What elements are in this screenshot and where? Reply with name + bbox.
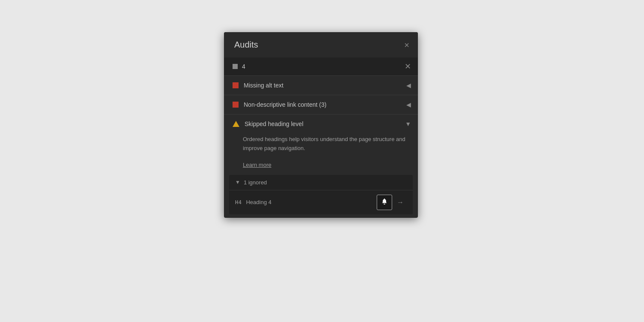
ignored-section: ▼ 1 ignored H4 Heading 4 — [229, 175, 413, 214]
audit-label: Skipped heading level — [245, 120, 303, 127]
audit-item-missing-alt-text[interactable]: Missing alt text ◀ — [224, 75, 418, 95]
audit-list: Missing alt text ◀ Non-descriptive link … — [224, 75, 418, 214]
chevron-down-icon: ▼ — [405, 120, 411, 127]
bell-icon — [381, 198, 388, 207]
navigate-button[interactable]: → — [394, 195, 407, 210]
bell-button[interactable] — [377, 195, 392, 210]
warning-icon — [233, 121, 239, 127]
audit-label: Non-descriptive link content (3) — [244, 101, 327, 108]
audit-item-left: Non-descriptive link content (3) — [233, 101, 327, 108]
audit-item-skipped-heading: Skipped heading level ▼ Ordered headings… — [224, 114, 418, 214]
ignored-chevron-icon: ▼ — [235, 179, 240, 185]
arrow-right-icon: → — [397, 199, 404, 206]
ignored-label: 1 ignored — [244, 179, 267, 186]
chevron-left-icon: ◀ — [406, 82, 411, 89]
ignored-item-left: H4 Heading 4 — [235, 199, 272, 205]
h4-badge: H4 — [235, 199, 242, 205]
learn-more-link[interactable]: Learn more — [224, 160, 418, 175]
audit-item-non-descriptive-link[interactable]: Non-descriptive link content (3) ◀ — [224, 95, 418, 114]
panel-header: Audits × — [224, 32, 418, 57]
audit-description: Ordered headings help visitors understan… — [224, 133, 418, 160]
ignored-item: H4 Heading 4 → — [229, 190, 413, 214]
filter-bar: 4 ✕ — [224, 57, 418, 75]
filter-count-label: 4 — [242, 63, 245, 70]
ignored-actions: → — [377, 195, 407, 210]
audits-panel: Audits × 4 ✕ Missing alt text ◀ Non-desc… — [224, 32, 418, 218]
audit-item-left: Skipped heading level — [233, 120, 303, 127]
panel-title: Audits — [234, 40, 258, 50]
filter-square-icon — [233, 64, 238, 69]
chevron-left-icon: ◀ — [406, 101, 411, 108]
filter-count: 4 — [233, 63, 245, 70]
audit-label: Missing alt text — [244, 82, 284, 89]
close-button[interactable]: × — [404, 41, 409, 49]
filter-clear-button[interactable]: ✕ — [405, 62, 411, 71]
heading-label: Heading 4 — [246, 199, 271, 205]
ignored-header[interactable]: ▼ 1 ignored — [229, 175, 413, 190]
error-icon — [233, 82, 239, 88]
error-icon — [233, 102, 239, 108]
audit-item-left: Missing alt text — [233, 82, 284, 89]
audit-expanded-header[interactable]: Skipped heading level ▼ — [224, 114, 418, 133]
